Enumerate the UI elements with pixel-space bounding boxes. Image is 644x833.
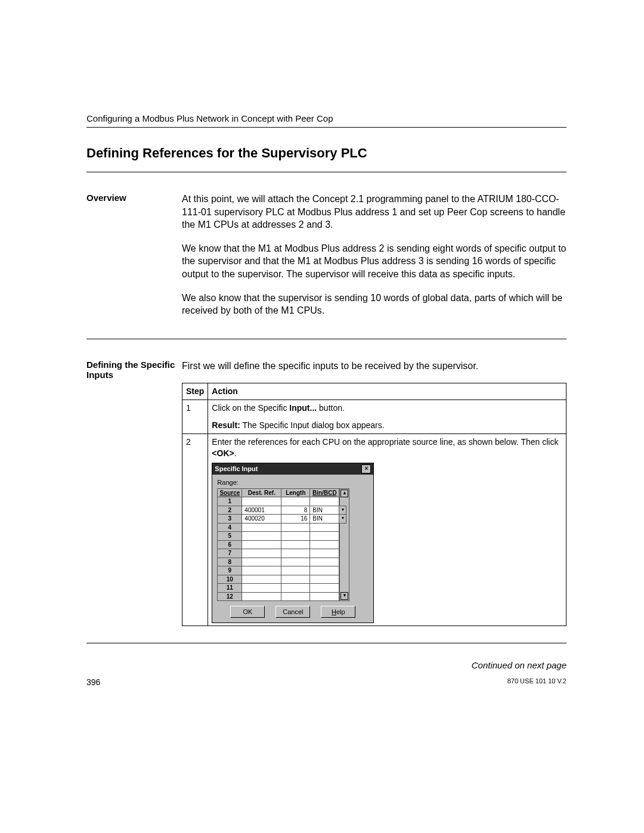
cell-bin[interactable] xyxy=(310,575,339,584)
rule-top xyxy=(86,127,566,128)
cell-bin[interactable] xyxy=(310,540,339,549)
cell-dest[interactable] xyxy=(242,566,281,575)
dialog-titlebar: Specific Input × xyxy=(212,463,373,475)
grid-row: 4 xyxy=(218,523,339,532)
cell-bin[interactable] xyxy=(310,566,339,575)
cell-dest[interactable] xyxy=(242,532,281,541)
ok-button[interactable]: OK xyxy=(230,606,265,618)
cell-length[interactable] xyxy=(281,532,310,541)
step1-action: Click on the Specific Input... button. R… xyxy=(208,400,566,434)
cell-dest[interactable] xyxy=(242,549,281,558)
cell-length[interactable] xyxy=(281,540,310,549)
grid-row: 12 xyxy=(218,592,339,601)
overview-p2: We know that the M1 at Modbus Plus addre… xyxy=(182,242,566,281)
page-footer: 396 870 USE 101 10 V.2 xyxy=(86,677,566,687)
rule-bottom xyxy=(86,643,566,643)
overview-body: At this point, we will attach the Concep… xyxy=(182,193,566,328)
cell-bin[interactable] xyxy=(310,584,339,593)
cell-dest[interactable] xyxy=(242,523,281,532)
cell-dest[interactable] xyxy=(242,584,281,593)
grid-row: 340002016BIN▼ xyxy=(218,515,339,524)
cell-bin[interactable] xyxy=(310,532,339,541)
cell-bin[interactable]: BIN▼ xyxy=(310,515,339,524)
rule-under-title xyxy=(86,172,566,172)
section-title: Defining References for the Supervisory … xyxy=(86,145,566,161)
specific-inputs-intro: First we will define the specific inputs… xyxy=(182,360,566,373)
cell-source: 9 xyxy=(218,566,242,575)
cell-dest[interactable] xyxy=(242,592,281,601)
cell-bin[interactable] xyxy=(310,549,339,558)
cell-length[interactable] xyxy=(281,523,310,532)
cell-length[interactable]: 8 xyxy=(281,506,310,515)
cell-source: 6 xyxy=(218,540,242,549)
dialog-title-text: Specific Input xyxy=(215,465,258,473)
cell-dest[interactable]: 400001 xyxy=(242,506,281,515)
cell-dest[interactable] xyxy=(242,540,281,549)
step-row-2: 2 Enter the references for each CPU on t… xyxy=(182,434,566,626)
cell-bin[interactable] xyxy=(310,497,339,506)
cell-source: 11 xyxy=(218,584,242,593)
grid-row: 10 xyxy=(218,575,339,584)
scroll-up-icon[interactable]: ▲ xyxy=(340,490,348,497)
grid-row: 6 xyxy=(218,540,339,549)
specific-inputs-label: Defining the Specific Inputs xyxy=(86,360,182,626)
step1-result-label: Result: xyxy=(212,420,240,430)
overview-p3: We also know that the supervisor is send… xyxy=(182,292,566,317)
cell-dest[interactable] xyxy=(242,497,281,506)
cell-length[interactable] xyxy=(281,566,310,575)
cell-bin[interactable]: BIN▼ xyxy=(310,506,339,515)
close-icon[interactable]: × xyxy=(361,465,371,473)
specific-input-dialog: Specific Input × Range: Source xyxy=(212,463,374,623)
cell-bin[interactable] xyxy=(310,592,339,601)
col-source: Source xyxy=(218,488,242,497)
overview-label: Overview xyxy=(86,193,182,328)
dropdown-icon[interactable]: ▼ xyxy=(339,514,346,524)
col-length: Length xyxy=(281,488,310,497)
cell-dest[interactable]: 400020 xyxy=(242,515,281,524)
cell-length[interactable] xyxy=(281,549,310,558)
cell-source: 5 xyxy=(218,532,242,541)
specific-inputs-body: First we will define the specific inputs… xyxy=(182,360,566,626)
col-bin: Bin/BCD xyxy=(310,488,339,497)
grid-row: 8 xyxy=(218,558,339,566)
steps-table: Step Action 1 Click on the Specific Inpu… xyxy=(182,383,566,626)
cell-length[interactable] xyxy=(281,584,310,593)
scroll-down-icon[interactable]: ▼ xyxy=(340,592,348,600)
grid-row: 24000018BIN▼ xyxy=(218,506,339,515)
overview-p1: At this point, we will attach the Concep… xyxy=(182,193,566,231)
step1-num: 1 xyxy=(182,400,208,434)
step1-result-text: The Specific Input dialog box appears. xyxy=(240,420,385,430)
cell-length[interactable] xyxy=(281,558,310,566)
page-number: 396 xyxy=(86,677,100,687)
rule-mid xyxy=(86,339,566,339)
cell-bin[interactable] xyxy=(310,558,339,566)
cell-source: 2 xyxy=(218,506,242,515)
range-label: Range: xyxy=(217,478,369,487)
cell-length[interactable] xyxy=(281,497,310,506)
cell-source: 1 xyxy=(218,497,242,506)
specific-inputs-block: Defining the Specific Inputs First we wi… xyxy=(86,360,566,626)
grid-row: 9 xyxy=(218,566,339,575)
cell-dest[interactable] xyxy=(242,558,281,566)
overview-block: Overview At this point, we will attach t… xyxy=(86,193,566,328)
step2-num: 2 xyxy=(182,434,208,626)
cancel-button[interactable]: Cancel xyxy=(275,606,310,618)
step-row-1: 1 Click on the Specific Input... button.… xyxy=(182,400,566,434)
steps-head-step: Step xyxy=(182,383,208,400)
col-dest: Dest. Ref. xyxy=(242,488,281,497)
cell-length[interactable]: 16 xyxy=(281,515,310,524)
cell-source: 3 xyxy=(218,515,242,524)
cell-length[interactable] xyxy=(281,592,310,601)
cell-dest[interactable] xyxy=(242,575,281,584)
cell-length[interactable] xyxy=(281,575,310,584)
continued-note: Continued on next page xyxy=(86,660,566,670)
grid-row: 11 xyxy=(218,584,339,593)
step2-action: Enter the references for each CPU on the… xyxy=(208,434,566,626)
running-head: Configuring a Modbus Plus Network in Con… xyxy=(86,113,566,123)
cell-bin[interactable] xyxy=(310,523,339,532)
steps-head-action: Action xyxy=(208,383,566,400)
doc-id: 870 USE 101 10 V.2 xyxy=(507,677,566,687)
help-button[interactable]: Help xyxy=(321,606,355,618)
cell-source: 7 xyxy=(218,549,242,558)
range-grid: Source Dest. Ref. Length Bin/BCD 1240000… xyxy=(217,488,339,602)
